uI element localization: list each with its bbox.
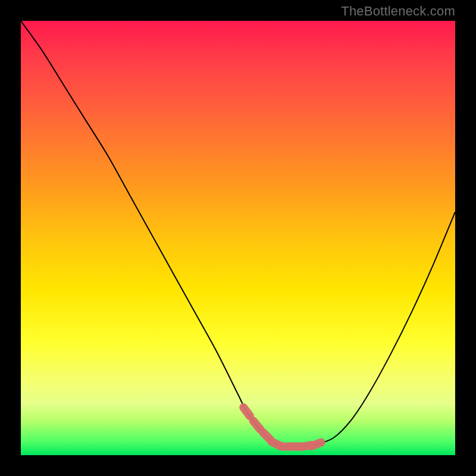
bottleneck-curve-line bbox=[21, 21, 455, 447]
highlight-dash bbox=[253, 421, 261, 429]
chart-frame: TheBottleneck.com bbox=[0, 0, 476, 476]
plot-area bbox=[21, 21, 455, 455]
highlight-dash bbox=[311, 443, 321, 446]
watermark-text: TheBottleneck.com bbox=[341, 4, 455, 19]
highlight-markers bbox=[243, 408, 321, 447]
highlight-dash bbox=[243, 408, 250, 416]
curve-svg bbox=[21, 21, 455, 455]
